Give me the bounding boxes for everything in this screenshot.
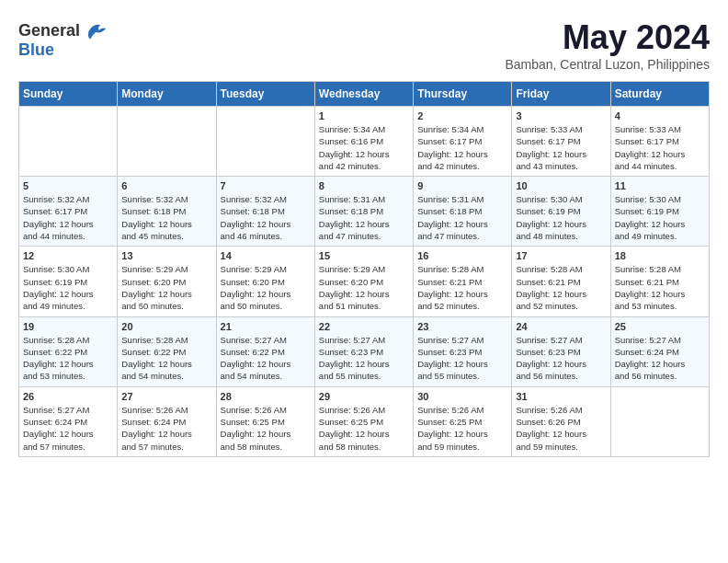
calendar-week-row: 1Sunrise: 5:34 AM Sunset: 6:16 PM Daylig… [19,107,710,177]
calendar-cell [216,107,314,177]
day-info: Sunrise: 5:32 AM Sunset: 6:18 PM Dayligh… [121,193,211,242]
day-info: Sunrise: 5:27 AM Sunset: 6:23 PM Dayligh… [319,334,409,383]
day-info: Sunrise: 5:31 AM Sunset: 6:18 PM Dayligh… [319,193,409,242]
calendar-cell: 10Sunrise: 5:30 AM Sunset: 6:19 PM Dayli… [512,177,610,247]
day-info: Sunrise: 5:27 AM Sunset: 6:22 PM Dayligh… [221,334,311,383]
day-number: 2 [417,110,507,121]
day-info: Sunrise: 5:30 AM Sunset: 6:19 PM Dayligh… [23,263,113,312]
location-subtitle: Bamban, Central Luzon, Philippines [505,57,710,72]
day-info: Sunrise: 5:30 AM Sunset: 6:19 PM Dayligh… [516,193,606,242]
day-info: Sunrise: 5:26 AM Sunset: 6:26 PM Dayligh… [516,404,606,453]
day-info: Sunrise: 5:26 AM Sunset: 6:25 PM Dayligh… [319,404,409,453]
day-info: Sunrise: 5:28 AM Sunset: 6:21 PM Dayligh… [516,263,606,312]
day-number: 22 [319,321,409,332]
day-number: 10 [516,180,606,191]
calendar-cell: 25Sunrise: 5:27 AM Sunset: 6:24 PM Dayli… [610,316,709,386]
day-info: Sunrise: 5:32 AM Sunset: 6:17 PM Dayligh… [23,193,113,242]
day-info: Sunrise: 5:33 AM Sunset: 6:17 PM Dayligh… [516,123,606,172]
calendar-cell: 20Sunrise: 5:28 AM Sunset: 6:22 PM Dayli… [118,316,216,386]
day-info: Sunrise: 5:31 AM Sunset: 6:18 PM Dayligh… [417,193,507,242]
day-number: 8 [319,180,409,191]
day-number: 4 [615,110,705,121]
logo-bird-icon [82,18,108,44]
day-info: Sunrise: 5:26 AM Sunset: 6:25 PM Dayligh… [417,404,507,453]
day-info: Sunrise: 5:29 AM Sunset: 6:20 PM Dayligh… [121,263,211,312]
calendar-cell: 2Sunrise: 5:34 AM Sunset: 6:17 PM Daylig… [414,107,512,177]
weekday-header: Tuesday [216,82,314,107]
day-number: 13 [121,250,211,261]
calendar-cell: 6Sunrise: 5:32 AM Sunset: 6:18 PM Daylig… [118,177,216,247]
calendar-cell: 4Sunrise: 5:33 AM Sunset: 6:17 PM Daylig… [610,107,709,177]
calendar-cell: 12Sunrise: 5:30 AM Sunset: 6:19 PM Dayli… [19,247,118,316]
day-number: 21 [221,321,311,332]
day-number: 27 [121,391,211,402]
calendar-cell: 19Sunrise: 5:28 AM Sunset: 6:22 PM Dayli… [19,316,118,386]
calendar-cell: 24Sunrise: 5:27 AM Sunset: 6:23 PM Dayli… [512,316,610,386]
page-header: General Blue May 2024 Bamban, Central Lu… [18,18,710,72]
day-info: Sunrise: 5:26 AM Sunset: 6:24 PM Dayligh… [121,404,211,453]
calendar-cell: 5Sunrise: 5:32 AM Sunset: 6:17 PM Daylig… [19,177,118,247]
day-info: Sunrise: 5:34 AM Sunset: 6:17 PM Dayligh… [417,123,507,172]
calendar-cell [19,107,118,177]
day-number: 3 [516,110,606,121]
day-number: 20 [121,321,211,332]
day-number: 26 [23,391,113,402]
day-number: 5 [23,180,113,191]
calendar-cell: 3Sunrise: 5:33 AM Sunset: 6:17 PM Daylig… [512,107,610,177]
calendar-cell: 17Sunrise: 5:28 AM Sunset: 6:21 PM Dayli… [512,247,610,316]
day-number: 16 [417,250,507,261]
calendar-cell: 30Sunrise: 5:26 AM Sunset: 6:25 PM Dayli… [414,386,512,456]
month-title: May 2024 [505,18,710,57]
day-info: Sunrise: 5:27 AM Sunset: 6:23 PM Dayligh… [516,334,606,383]
title-block: May 2024 Bamban, Central Luzon, Philippi… [505,18,710,72]
calendar-cell: 7Sunrise: 5:32 AM Sunset: 6:18 PM Daylig… [216,177,314,247]
day-info: Sunrise: 5:27 AM Sunset: 6:23 PM Dayligh… [417,334,507,383]
day-info: Sunrise: 5:27 AM Sunset: 6:24 PM Dayligh… [23,404,113,453]
day-info: Sunrise: 5:29 AM Sunset: 6:20 PM Dayligh… [221,263,311,312]
calendar-cell: 27Sunrise: 5:26 AM Sunset: 6:24 PM Dayli… [118,386,216,456]
calendar-week-row: 12Sunrise: 5:30 AM Sunset: 6:19 PM Dayli… [19,247,710,316]
day-number: 19 [23,321,113,332]
day-number: 30 [417,391,507,402]
calendar-cell: 13Sunrise: 5:29 AM Sunset: 6:20 PM Dayli… [118,247,216,316]
day-number: 15 [319,250,409,261]
day-info: Sunrise: 5:26 AM Sunset: 6:25 PM Dayligh… [221,404,311,453]
calendar-cell [610,386,709,456]
day-info: Sunrise: 5:28 AM Sunset: 6:22 PM Dayligh… [121,334,211,383]
calendar-cell [118,107,216,177]
weekday-header: Sunday [19,82,118,107]
day-number: 29 [319,391,409,402]
day-info: Sunrise: 5:30 AM Sunset: 6:19 PM Dayligh… [615,193,705,242]
day-info: Sunrise: 5:28 AM Sunset: 6:22 PM Dayligh… [23,334,113,383]
calendar-cell: 23Sunrise: 5:27 AM Sunset: 6:23 PM Dayli… [414,316,512,386]
weekday-header: Wednesday [314,82,413,107]
day-info: Sunrise: 5:27 AM Sunset: 6:24 PM Dayligh… [615,334,705,383]
day-info: Sunrise: 5:32 AM Sunset: 6:18 PM Dayligh… [221,193,311,242]
day-info: Sunrise: 5:33 AM Sunset: 6:17 PM Dayligh… [615,123,705,172]
day-number: 11 [615,180,705,191]
day-number: 17 [516,250,606,261]
calendar-week-row: 26Sunrise: 5:27 AM Sunset: 6:24 PM Dayli… [19,386,710,456]
day-number: 23 [417,321,507,332]
calendar-cell: 26Sunrise: 5:27 AM Sunset: 6:24 PM Dayli… [19,386,118,456]
calendar-cell: 31Sunrise: 5:26 AM Sunset: 6:26 PM Dayli… [512,386,610,456]
day-number: 14 [221,250,311,261]
day-number: 31 [516,391,606,402]
day-number: 6 [121,180,211,191]
calendar-cell: 28Sunrise: 5:26 AM Sunset: 6:25 PM Dayli… [216,386,314,456]
day-number: 25 [615,321,705,332]
weekday-header: Saturday [610,82,709,107]
calendar-cell: 8Sunrise: 5:31 AM Sunset: 6:18 PM Daylig… [314,177,413,247]
calendar-table: SundayMondayTuesdayWednesdayThursdayFrid… [18,81,710,457]
logo: General Blue [18,18,108,60]
calendar-cell: 15Sunrise: 5:29 AM Sunset: 6:20 PM Dayli… [314,247,413,316]
calendar-cell: 22Sunrise: 5:27 AM Sunset: 6:23 PM Dayli… [314,316,413,386]
day-number: 9 [417,180,507,191]
day-info: Sunrise: 5:34 AM Sunset: 6:16 PM Dayligh… [319,123,409,172]
day-info: Sunrise: 5:29 AM Sunset: 6:20 PM Dayligh… [319,263,409,312]
weekday-header: Friday [512,82,610,107]
day-number: 7 [221,180,311,191]
logo-general: General [18,21,80,41]
calendar-cell: 11Sunrise: 5:30 AM Sunset: 6:19 PM Dayli… [610,177,709,247]
day-info: Sunrise: 5:28 AM Sunset: 6:21 PM Dayligh… [417,263,507,312]
